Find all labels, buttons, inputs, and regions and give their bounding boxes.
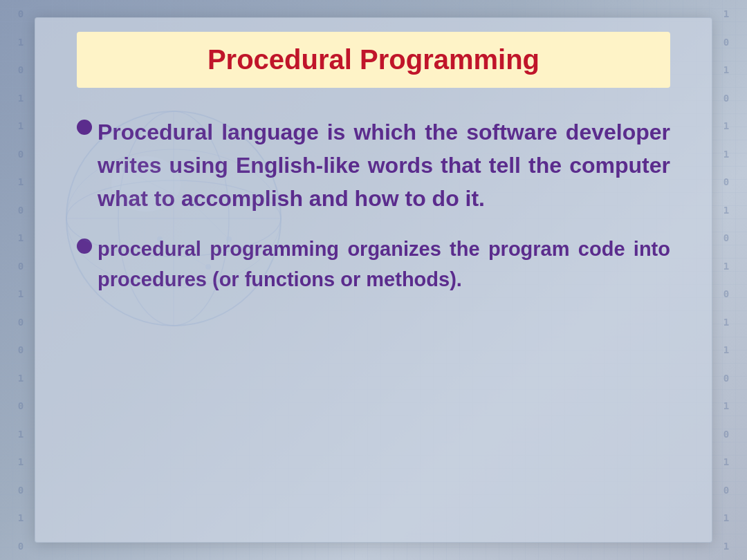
- bullet-item-1: Procedural language is which the softwar…: [77, 115, 670, 215]
- bullet-dot-1: [77, 120, 92, 135]
- bullet-text-1: Procedural language is which the softwar…: [98, 115, 670, 215]
- title-banner: Procedural Programming: [77, 32, 670, 88]
- bullet-item-2: procedural programming organizes the pro…: [77, 234, 670, 295]
- bullet-dot-2: [77, 239, 92, 254]
- slide-container: Procedural Programming Procedural langua…: [35, 17, 712, 543]
- bullet-text-2: procedural programming organizes the pro…: [98, 234, 670, 295]
- content-area: Procedural language is which the softwar…: [35, 109, 712, 542]
- slide-title: Procedural Programming: [208, 44, 540, 75]
